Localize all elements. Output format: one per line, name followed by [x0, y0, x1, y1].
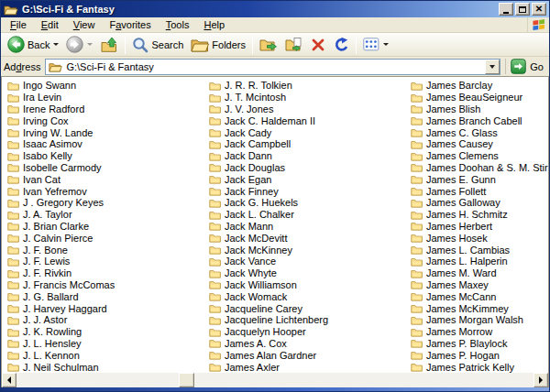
file-item[interactable]: Jacqueline Lichtenberg [209, 314, 411, 326]
horizontal-scrollbar[interactable] [2, 373, 548, 387]
file-item[interactable]: James A. Cox [209, 338, 411, 350]
menu-file[interactable]: File [3, 18, 34, 32]
close-button[interactable]: ✕ [532, 3, 546, 16]
file-item[interactable]: Isobelle Carmody [7, 162, 209, 174]
menu-tools[interactable]: Tools [159, 18, 197, 32]
file-item[interactable]: James Patrick Kelly [411, 361, 548, 373]
file-item[interactable]: J. Francis McComas [7, 279, 209, 291]
file-item[interactable]: J. F. Bone [7, 244, 209, 256]
file-item[interactable]: James McKimmey [411, 302, 548, 314]
file-item[interactable]: Jacqueline Carey [209, 302, 411, 314]
file-item[interactable]: Jack Whyte [209, 267, 411, 279]
file-item[interactable]: J. R. R. Tolkien [209, 80, 411, 92]
file-item[interactable]: Jack Womack [209, 290, 411, 302]
file-item[interactable]: Jack McDevitt [209, 232, 411, 244]
file-item[interactable]: James Hosek [411, 232, 548, 244]
file-item[interactable]: James Morgan Walsh [411, 314, 548, 326]
file-item[interactable]: J. Neil Schulman [7, 361, 209, 373]
minimize-button[interactable] [499, 3, 513, 16]
menu-favorites[interactable]: Favorites [102, 18, 158, 32]
file-item[interactable]: James Doohan & S. M. Stirling [411, 162, 548, 174]
scroll-right-button[interactable] [534, 373, 548, 387]
file-item[interactable]: Jack Dann [209, 150, 411, 162]
scrollbar-thumb[interactable] [179, 373, 194, 387]
undo-button[interactable] [329, 34, 353, 56]
file-item[interactable]: Irving Cox [7, 114, 209, 126]
file-item[interactable]: James McCann [411, 290, 548, 302]
file-item[interactable]: James Clemens [411, 150, 548, 162]
file-item[interactable]: Jack Vance [209, 256, 411, 267]
menu-edit[interactable]: Edit [34, 18, 66, 32]
titlebar[interactable]: G:\Sci-Fi & Fantasy ✕ [1, 1, 549, 17]
up-button[interactable] [96, 34, 122, 56]
maximize-button[interactable] [515, 3, 530, 16]
back-button[interactable]: Back [4, 34, 62, 56]
file-item[interactable]: Ivan Yefremov [7, 185, 209, 197]
go-button[interactable]: Go [505, 59, 546, 74]
file-item[interactable]: Jack Campbell [209, 138, 411, 150]
address-dropdown-button[interactable] [485, 60, 500, 74]
file-item[interactable]: Irving W. Lande [7, 126, 209, 138]
file-item[interactable]: Jack Egan [209, 173, 411, 185]
file-item[interactable]: Jack G. Huekels [209, 197, 411, 209]
file-item[interactable]: James Morrow [411, 326, 548, 338]
file-item[interactable]: James H. Schmitz [411, 209, 548, 221]
copy-to-button[interactable] [281, 34, 307, 56]
file-item[interactable]: J. A. Taylor [7, 209, 209, 221]
file-item[interactable]: James Causey [411, 138, 548, 150]
scroll-left-button[interactable] [2, 373, 16, 387]
file-item[interactable]: J. T. Mcintosh [209, 92, 411, 103]
menu-view[interactable]: View [66, 18, 103, 32]
file-item[interactable]: Isabo Kelly [7, 150, 209, 162]
file-item[interactable]: Jack Cady [209, 126, 411, 138]
file-item[interactable]: James Axler [209, 361, 411, 373]
file-item[interactable]: James Blish [411, 103, 548, 115]
window-border-bottom[interactable] [1, 387, 549, 391]
file-item[interactable]: J. K. Rowling [7, 326, 209, 338]
file-item[interactable]: James L. Cambias [411, 244, 548, 256]
file-item[interactable]: Jack McKinney [209, 244, 411, 256]
file-item[interactable]: J. G. Ballard [7, 290, 209, 302]
menu-help[interactable]: Help [196, 18, 232, 32]
file-item[interactable]: J. Brian Clarke [7, 221, 209, 233]
file-item[interactable]: Irene Radford [7, 103, 209, 115]
file-item[interactable]: J. L. Kennon [7, 349, 209, 361]
file-item[interactable]: James Galloway [411, 197, 548, 209]
views-button[interactable] [359, 34, 392, 56]
file-item[interactable]: James M. Ward [411, 267, 548, 279]
search-button[interactable]: Search [128, 34, 187, 56]
file-item[interactable]: J . Gregory Keyes [7, 197, 209, 209]
file-item[interactable]: James E. Gunn [411, 173, 548, 185]
file-item[interactable]: Jack C. Haldeman II [209, 114, 411, 126]
file-item[interactable]: Jack Williamson [209, 279, 411, 291]
file-item[interactable]: James BeauSeigneur [411, 92, 548, 103]
file-item[interactable]: Ira Levin [7, 92, 209, 103]
folders-button[interactable]: Folders [187, 34, 249, 56]
file-item[interactable]: James P. Blaylock [411, 338, 548, 350]
file-item[interactable]: J. L. Hensley [7, 338, 209, 350]
delete-button[interactable] [307, 34, 329, 56]
file-item[interactable]: Jack Douglas [209, 162, 411, 174]
file-item[interactable]: J. F. Rivkin [7, 267, 209, 279]
file-item[interactable]: Jacquelyn Hooper [209, 326, 411, 338]
move-to-button[interactable] [256, 34, 281, 56]
file-item[interactable]: J. V. Jones [209, 103, 411, 115]
file-item[interactable]: J. Calvin Pierce [7, 232, 209, 244]
file-item[interactable]: James Maxey [411, 279, 548, 291]
file-item[interactable]: Isaac Asimov [7, 138, 209, 150]
file-item[interactable]: James Barclay [411, 80, 548, 92]
file-item[interactable]: James Follett [411, 185, 548, 197]
address-input[interactable]: G:\Sci-Fi & Fantasy [45, 59, 500, 75]
file-item[interactable]: Jack Finney [209, 185, 411, 197]
file-item[interactable]: James C. Glass [411, 126, 548, 138]
file-item[interactable]: J. J. Astor [7, 314, 209, 326]
file-item[interactable]: Ingo Swann [7, 80, 209, 92]
file-item[interactable]: J. F. Lewis [7, 256, 209, 267]
file-item[interactable]: Jack Mann [209, 221, 411, 233]
forward-button[interactable] [62, 34, 96, 56]
file-item[interactable]: Ivan Cat [7, 173, 209, 185]
file-item[interactable]: James P. Hogan [411, 349, 548, 361]
file-item[interactable]: James Herbert [411, 221, 548, 233]
file-item[interactable]: James Alan Gardner [209, 349, 411, 361]
file-item[interactable]: J. Harvey Haggard [7, 302, 209, 314]
